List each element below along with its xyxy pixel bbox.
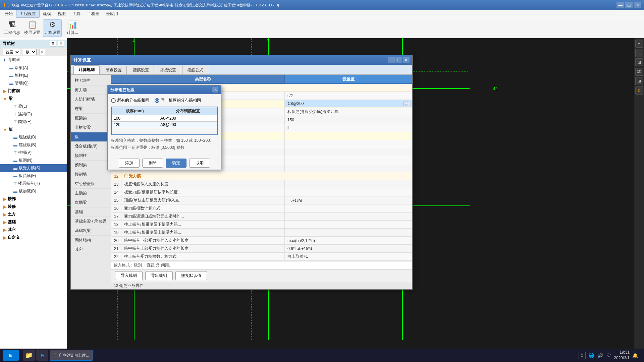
- calc-nav-column[interactable]: 柱 / 墙柱: [71, 76, 111, 85]
- calc-window-close[interactable]: ✕: [403, 57, 410, 63]
- nav-grid-view-button[interactable]: ⊞: [58, 41, 64, 47]
- row-value-18[interactable]: [285, 221, 412, 229]
- table-row-22[interactable]: 22 柱上板带受力筋根数计算方式 向上取整+1: [111, 253, 412, 261]
- calc-nav-frame-beam[interactable]: 框架梁: [71, 114, 111, 123]
- row-value-4[interactable]: 和负筋(弯板受力筋)搭接计算: [285, 108, 412, 116]
- dialog-close-button[interactable]: ✕: [212, 87, 218, 93]
- sidebar-group-decoration[interactable]: ▶ 装修: [0, 203, 67, 210]
- calc-nav-other[interactable]: 其它: [71, 245, 111, 254]
- sidebar-item-floor-strip[interactable]: ⊤ 楼层板带(H): [0, 180, 67, 187]
- sidebar-group-beam[interactable]: ▼ 梁: [0, 95, 67, 103]
- row-value-15[interactable]: ...c+15*d: [285, 196, 412, 204]
- tray-volume-icon[interactable]: 🔊: [597, 352, 604, 359]
- cad-tool-3d[interactable]: 3D: [635, 68, 643, 76]
- component-select[interactable]: 板: [23, 49, 37, 55]
- cancel-button[interactable]: 取消: [189, 159, 210, 168]
- calc-nav-door-frame[interactable]: 人防门框墙: [71, 95, 111, 104]
- table-row-20[interactable]: 20 跨中板带下部受力筋伸入支座的长度 max(ha/2,12*d): [111, 237, 412, 245]
- menu-project-settings[interactable]: 工程设置: [16, 10, 40, 18]
- cad-tool-table[interactable]: ⊞: [635, 77, 643, 85]
- menu-tools[interactable]: 工具: [69, 10, 84, 17]
- cad-tool-zoom-in[interactable]: +: [635, 40, 643, 48]
- calc-nav-composite-slab[interactable]: 叠合板(整厚): [71, 142, 111, 151]
- row-value-19[interactable]: [285, 229, 412, 237]
- tray-security-icon[interactable]: 🛡: [606, 352, 612, 359]
- row-value-11[interactable]: [285, 164, 412, 172]
- toolbar-calc[interactable]: 📊 计算...: [63, 19, 82, 37]
- row-value-20[interactable]: max(ha/2,12*d): [285, 237, 412, 245]
- taskbar-gtj2018[interactable]: T 广联达BIM土建...: [50, 350, 93, 361]
- dist-rebar-edit-icon[interactable]: ...: [404, 102, 409, 106]
- calc-window-minimize[interactable]: —: [388, 57, 395, 63]
- row-value-8[interactable]: [285, 140, 412, 148]
- row-value-2[interactable]: s/2: [285, 92, 412, 100]
- calc-nav-foundation-beam[interactable]: 基础主梁 / 承台梁: [71, 217, 111, 226]
- tab-node-settings[interactable]: 节点设置: [101, 66, 127, 74]
- row-value-17[interactable]: [285, 213, 412, 221]
- calc-nav-sub-rib[interactable]: 次肋梁: [71, 198, 111, 207]
- row-value-10[interactable]: [285, 156, 412, 164]
- calc-nav-foundation-sub-beam[interactable]: 基础次梁: [71, 226, 111, 236]
- tab-stirrup-settings[interactable]: 箍筋设置: [128, 66, 154, 74]
- sidebar-group-slab[interactable]: ▼ 板: [0, 126, 67, 133]
- row-value-5[interactable]: 150: [285, 116, 412, 124]
- calc-nav-lian-liang[interactable]: 连梁: [71, 104, 111, 114]
- maximize-button[interactable]: □: [625, 2, 633, 8]
- floor-select[interactable]: 首层: [3, 49, 20, 55]
- calc-nav-slab[interactable]: 板: [71, 132, 111, 142]
- radio-all-same[interactable]: 所有的分布筋相同: [111, 98, 149, 103]
- table-row-13[interactable]: 13 板底钢筋伸入支座的长度: [111, 180, 412, 188]
- calc-window-maximize[interactable]: □: [395, 57, 402, 63]
- table-row-18[interactable]: 18 柱上板带/板带暗梁下部受力筋...: [111, 221, 412, 229]
- sidebar-item-dark-wall-q[interactable]: ▬ 暗墙(Q): [0, 79, 67, 87]
- nav-list-view-button[interactable]: ☰: [50, 41, 56, 47]
- sidebar-group-other[interactable]: ▶ 其它: [0, 226, 67, 234]
- cad-tool-zoom-out[interactable]: -: [635, 49, 643, 57]
- taskbar-file-manager[interactable]: 📁: [23, 350, 35, 361]
- sidebar-item-slab-hole[interactable]: ▬ 板洞(N): [0, 157, 67, 164]
- row-value-22[interactable]: 向上取整+1: [285, 253, 412, 261]
- sidebar-item-slab-haunch[interactable]: ▬ 板加腋(B): [0, 187, 67, 195]
- tab-calc-rules[interactable]: 计算规则: [73, 65, 100, 74]
- sidebar-group-custom[interactable]: ▶ 自定义: [0, 234, 67, 241]
- sidebar-item-spiral-slab[interactable]: ▬ 螺旋板(B): [0, 141, 67, 149]
- toolbar-calc-settings[interactable]: ⚙ 计算设置: [43, 19, 62, 37]
- calc-nav-foundation[interactable]: 基础: [71, 207, 111, 217]
- import-rules-button[interactable]: 导入规则: [115, 271, 143, 280]
- table-row-14[interactable]: 14 板受力筋/板带钢筋按平均长度...: [111, 188, 412, 196]
- tab-lap-settings[interactable]: 搭接设置: [155, 66, 181, 74]
- nav-expand-button[interactable]: ✕: [39, 49, 45, 55]
- thickness-1[interactable]: 100: [111, 115, 158, 122]
- start-button[interactable]: ⊞: [3, 350, 19, 361]
- sidebar-item-beam-a[interactable]: ▬ 暗梁(A): [0, 64, 67, 72]
- cad-tool-fit[interactable]: ⊡: [635, 58, 643, 66]
- sidebar-item-slab-rebar[interactable]: ▬ 板受力筋(S): [0, 164, 67, 172]
- calc-nav-masonry[interactable]: 砌体结构: [71, 236, 111, 245]
- row-value-14[interactable]: [285, 188, 412, 196]
- taskbar-clock[interactable]: 19:31 2020/3/1: [614, 350, 630, 361]
- menu-modeling[interactable]: 建模: [40, 10, 54, 17]
- calc-nav-non-frame-beam[interactable]: 非框架梁: [71, 123, 111, 132]
- distribution-row-2[interactable]: 120 A8@200: [111, 122, 217, 128]
- table-row-15[interactable]: 15 顶筋(单枝主筋板受力筋)伸入支... ...c+15*d: [111, 196, 412, 204]
- sidebar-group-earthwork[interactable]: ▶ 土方: [0, 210, 67, 218]
- sidebar-item-yuan-liang[interactable]: ⊤ 圆梁(E): [0, 118, 67, 126]
- distribution-row-1[interactable]: 100 A6@200: [111, 115, 217, 122]
- sidebar-item-wall-e[interactable]: ▬ 墙柱(E): [0, 72, 67, 79]
- toolbar-floor-settings[interactable]: 📋 楼层设置: [23, 19, 42, 37]
- calc-nav-precast-column[interactable]: 预制柱: [71, 151, 111, 161]
- menu-view[interactable]: 视图: [54, 10, 69, 17]
- sidebar-group-door-window[interactable]: ▶ 门窗洞: [0, 87, 67, 95]
- tray-lang-icon[interactable]: 英: [579, 352, 586, 359]
- close-button[interactable]: ✕: [634, 2, 641, 8]
- sidebar-group-stairs[interactable]: ▶ 楼梯: [0, 195, 67, 203]
- table-row-16[interactable]: 16 受力筋根数计算方式: [111, 204, 412, 213]
- calc-nav-hollow-slab[interactable]: 空心楼盖板: [71, 179, 111, 189]
- menu-cloud[interactable]: 云应用: [103, 10, 121, 17]
- row-value-3[interactable]: C8@200 ...: [285, 100, 412, 107]
- row-value-13[interactable]: [285, 180, 412, 188]
- radio-same-thickness[interactable]: 同一板厚的分布筋相同: [155, 98, 201, 103]
- calc-nav-precast-wall[interactable]: 预制墙: [71, 170, 111, 179]
- sidebar-item-beam-l[interactable]: ⊤ 梁(L): [0, 103, 67, 110]
- table-row-19[interactable]: 19 柱上板带/板带暗梁上部受力筋...: [111, 229, 412, 237]
